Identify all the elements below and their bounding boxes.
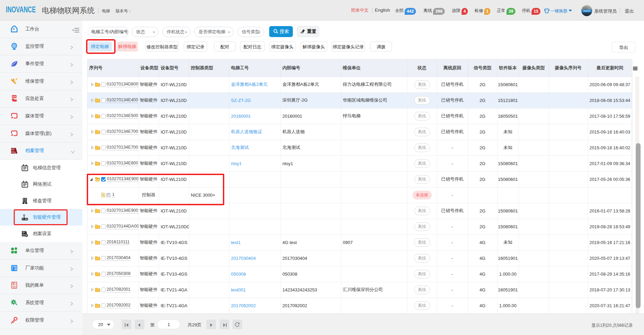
svg-text:¥: ¥ bbox=[13, 282, 15, 286]
svg-text:SOS: SOS bbox=[12, 96, 16, 98]
